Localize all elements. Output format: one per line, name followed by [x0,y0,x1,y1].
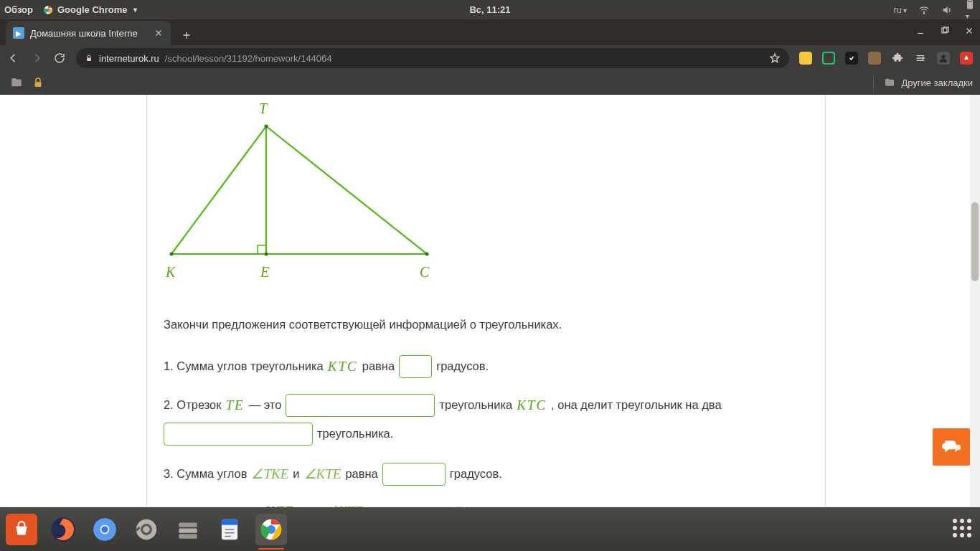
media-control-icon[interactable] [914,52,927,65]
svg-point-13 [265,125,268,128]
app-menu-chrome[interactable]: Google Chrome▾ [43,4,137,15]
dock-app-files[interactable] [172,514,204,545]
extension-icon[interactable] [960,52,973,65]
new-tab-button[interactable] [176,25,197,45]
vertex-label-e: E [260,264,269,281]
svg-point-14 [425,253,429,256]
svg-rect-22 [179,528,197,532]
svg-rect-23 [179,534,197,538]
window-close-button[interactable] [964,26,974,39]
bookmark-lock-icon[interactable] [32,76,44,89]
svg-point-20 [136,519,157,540]
bookmark-folder-icon[interactable] [10,76,23,89]
lock-icon [85,54,93,62]
reload-button[interactable] [53,52,66,65]
dock-app-firefox[interactable] [47,514,79,545]
extension-icons [799,52,973,65]
extension-icon[interactable] [799,52,812,65]
svg-point-2 [923,13,924,14]
answer-input[interactable] [286,394,435,417]
answer-input[interactable] [164,423,313,446]
triangle-figure: T K E C [161,95,448,288]
gnome-top-panel: Обзор Google Chrome▾ Вс, 11:21 ru▾ ▾ [0,0,980,19]
svg-point-12 [170,253,174,256]
browser-tab[interactable]: ▶ Домашняя школа Interne [6,21,171,45]
battery-icon[interactable]: ▾ [964,0,976,21]
dock-app-software[interactable] [6,514,37,545]
show-applications-button[interactable] [953,519,974,540]
question-4: 4. В треугольнике KTE углу ∠KTE противол… [164,501,958,507]
clock[interactable]: Вс, 11:21 [469,4,510,15]
dock-app-chrome[interactable] [255,514,287,545]
answer-input[interactable] [399,355,432,378]
forward-button[interactable] [30,52,43,65]
intro-text: Закончи предложения соответствующей инфо… [164,316,958,334]
question-2: 2. Отрезок TE — это треугольника KTC, он… [164,394,958,417]
extensions-button[interactable] [891,52,904,65]
dock-app-settings[interactable] [131,514,162,545]
address-bar[interactable]: interneturok.ru/school/lesson/31192/home… [76,48,789,68]
vertex-label-k: K [166,264,175,281]
extension-icon[interactable] [845,52,858,65]
bookmark-star-icon[interactable] [769,52,781,64]
close-icon[interactable] [154,28,164,38]
bookmarks-bar: Другие закладки [0,71,980,95]
url-domain: interneturok.ru [99,53,159,64]
svg-rect-4 [969,0,971,1]
vertex-label-c: C [420,264,429,281]
svg-rect-10 [35,82,42,87]
svg-rect-25 [222,519,237,524]
question-3: 3. Сумма углов ∠TKE и ∠KTE равна градусо… [164,463,958,486]
chrome-tab-strip: ▶ Домашняя школа Interne [0,19,980,45]
svg-rect-21 [179,522,197,527]
activities-button[interactable]: Обзор [4,4,33,15]
window-minimize-button[interactable] [915,26,925,39]
feedback-button[interactable] [933,428,970,466]
tab-favicon: ▶ [13,27,24,39]
profile-avatar[interactable] [937,52,950,65]
answer-input[interactable] [382,463,446,486]
svg-rect-5 [969,2,971,7]
volume-icon[interactable] [941,4,953,16]
page-viewport: T K E C Закончи предложения соответствую… [0,95,980,507]
keyboard-layout-indicator[interactable]: ru▾ [893,4,907,15]
back-button[interactable] [7,52,20,65]
ubuntu-dock [0,507,980,551]
network-icon[interactable] [918,4,930,16]
other-bookmarks-label[interactable]: Другие закладки [901,77,973,88]
url-path: /school/lesson/31192/homework/144064 [165,53,332,64]
vertex-label-t: T [259,100,267,117]
vertical-scrollbar[interactable] [970,95,980,507]
tab-title: Домашняя школа Interne [30,28,148,39]
chrome-toolbar: interneturok.ru/school/lesson/31192/home… [0,45,980,71]
svg-point-9 [941,55,945,58]
svg-point-15 [265,253,268,256]
window-maximize-button[interactable] [940,26,950,39]
svg-rect-8 [87,58,91,62]
folder-icon [884,77,895,88]
question-1: 1. Сумма углов треугольника KTC равна гр… [164,355,958,378]
extension-icon[interactable] [822,52,835,65]
dock-app-chromium[interactable] [89,514,121,545]
scrollbar-thumb[interactable] [971,202,979,281]
dock-app-writer[interactable] [214,514,245,545]
svg-point-19 [101,526,108,533]
extension-icon[interactable] [868,52,881,65]
